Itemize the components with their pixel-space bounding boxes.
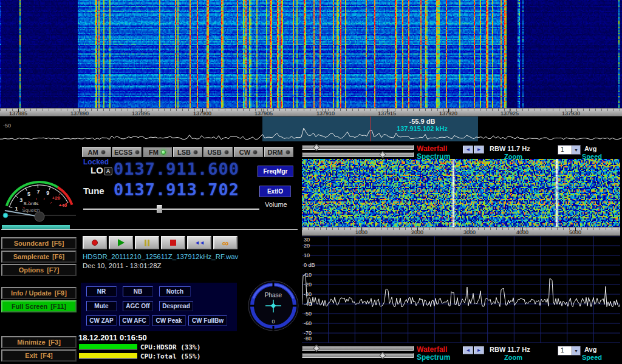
extio-button[interactable]: ExtIO <box>259 186 291 197</box>
mode-button-fm[interactable]: FM <box>143 147 172 157</box>
options-button[interactable]: Options[F7] <box>1 264 77 276</box>
despread-button[interactable]: Despread <box>159 301 193 311</box>
rbw-decrease-button[interactable]: ◄ <box>463 146 473 153</box>
mode-led-icon <box>101 150 106 155</box>
stop-button[interactable] <box>161 236 185 249</box>
svg-text:+20: +20 <box>52 195 61 201</box>
pause-button[interactable] <box>135 236 159 249</box>
waterfall-contrast-slider[interactable] <box>302 353 414 358</box>
avg-label: Avg <box>584 346 596 353</box>
mode-led-icon <box>224 150 229 155</box>
rbw-increase-button[interactable]: ► <box>474 146 484 153</box>
minimize-button[interactable]: Minimize[F3] <box>1 336 77 348</box>
slider-thumb[interactable] <box>313 345 320 351</box>
freq-tick <box>575 228 576 231</box>
soundcard-button[interactable]: Soundcard[F5] <box>1 237 77 249</box>
cpu-total-bar <box>79 353 137 359</box>
svg-text:5: 5 <box>27 191 30 197</box>
meter-needle-hub <box>35 212 44 221</box>
meter-over-labels: +20 +40 <box>52 195 67 208</box>
rbw-decrease-button[interactable]: ◄ <box>463 346 473 354</box>
svg-text:1: 1 <box>15 206 18 212</box>
mode-led-icon <box>253 150 258 155</box>
freq-tick <box>80 109 80 112</box>
freqmgr-button[interactable]: FreqMgr <box>258 166 293 177</box>
freq-tick <box>326 109 326 112</box>
tune-frequency-display[interactable]: 0137.913.702 <box>114 181 239 199</box>
freq-tick <box>571 109 572 112</box>
squelch-slider-thumb[interactable] <box>3 213 8 218</box>
slider-thumb[interactable] <box>313 144 320 150</box>
mode-button-usb[interactable]: USB <box>203 147 233 157</box>
cw-fullbw-button[interactable]: CW FullBw <box>188 315 227 326</box>
mode-button-ecss[interactable]: ECSS <box>112 147 142 157</box>
mode-button-am[interactable]: AM <box>82 147 111 157</box>
samplerate-button[interactable]: Samplerate[F6] <box>1 251 77 263</box>
info-update-button[interactable]: Info / Update[F9] <box>1 287 77 299</box>
svg-text:+40: +40 <box>59 203 67 208</box>
tune-cursor-line <box>371 116 371 141</box>
volume-slider-track[interactable] <box>83 208 259 210</box>
svg-text:7: 7 <box>36 189 39 195</box>
mode-button-lsb[interactable]: LSB <box>173 147 202 157</box>
cpu-hdsdr-label: CPU:HDSDR (33%) <box>140 343 200 351</box>
spectrum-tab[interactable]: Spectrum <box>417 354 450 361</box>
mode-button-cw[interactable]: CW <box>234 147 263 157</box>
dropdown-arrow-icon[interactable]: ▼ <box>572 146 580 154</box>
fullscreen-button[interactable]: Full Screen[F11] <box>1 300 77 312</box>
mode-button-drm[interactable]: DRM <box>264 147 293 157</box>
mute-button[interactable]: Mute <box>86 301 117 311</box>
loop-button[interactable]: ∞ <box>213 236 238 249</box>
cw-peak-button[interactable]: CW Peak <box>152 315 186 326</box>
audio-frequency-ruler[interactable]: 10002000300040005000 <box>302 227 620 236</box>
freq-tick <box>510 109 510 112</box>
nb-button[interactable]: NB <box>123 286 153 297</box>
waterfall-brightness-slider[interactable] <box>302 145 414 150</box>
svg-text:3: 3 <box>19 197 22 203</box>
freq-tick <box>470 228 470 231</box>
waterfall-tab[interactable]: Waterfall <box>417 346 447 353</box>
waterfall-contrast-slider[interactable] <box>302 152 414 157</box>
waterfall-tab[interactable]: Waterfall <box>417 145 447 152</box>
cpu-hdsdr-bar <box>79 344 137 349</box>
svg-text:9: 9 <box>46 190 49 196</box>
main-frequency-ruler[interactable]: 1378851378901378951379001379051379101379… <box>0 108 622 116</box>
record-button[interactable] <box>83 236 107 249</box>
waterfall-brightness-slider[interactable] <box>302 346 414 351</box>
rbw-label: RBW 11.7 Hz <box>490 346 530 353</box>
cw-afc-button[interactable]: CW AFC <box>119 315 149 326</box>
audio-spectrum-display[interactable]: 3020100 dB-10-20-30-40-50-60-70-80 <box>302 236 620 343</box>
s-meter: 1 3 5 7 9 +20 +40 S-units Squelch <box>1 143 78 224</box>
freq-tick <box>522 228 523 231</box>
volume-slider-thumb[interactable] <box>157 205 162 213</box>
avg-dropdown[interactable]: 1 ▼ <box>558 346 581 356</box>
mode-led-icon <box>161 150 166 155</box>
main-spectrum-strip[interactable]: -50 -55.9 dB 137.915.102 kHz <box>0 116 622 141</box>
slider-thumb[interactable] <box>379 352 386 359</box>
audio-waterfall-display[interactable] <box>302 159 620 227</box>
freq-tick <box>387 109 388 112</box>
pause-icon <box>145 240 146 246</box>
notch-button[interactable]: Notch <box>159 286 191 297</box>
cw-zap-button[interactable]: CW ZAP <box>86 315 117 326</box>
exit-button[interactable]: Exit[F4] <box>1 349 77 362</box>
slider-thumb[interactable] <box>379 151 386 158</box>
nr-button[interactable]: NR <box>86 286 117 297</box>
play-button[interactable] <box>109 236 133 249</box>
rewind-button[interactable]: ◄◄ <box>187 236 211 249</box>
lo-frequency-display[interactable]: 0137.911.600 <box>114 160 239 178</box>
avg-dropdown[interactable]: 1 ▼ <box>558 145 581 155</box>
avg-value: 1 <box>558 346 572 355</box>
dropdown-arrow-icon[interactable]: ▼ <box>572 346 580 355</box>
rbw-increase-button[interactable]: ► <box>474 346 484 354</box>
avg-value: 1 <box>558 146 572 154</box>
main-waterfall-display[interactable] <box>0 0 622 108</box>
mode-led-icon <box>193 150 198 155</box>
display-control-bar-top: Waterfall Spectrum ◄ ► RBW 11.7 Hz Zoom … <box>299 144 622 160</box>
playback-file-date: Dec 10, 2011 - 13:01:28Z <box>83 262 162 269</box>
lo-lock-badge[interactable]: A <box>104 167 112 175</box>
audio-spectrum-plot: 3020100 dB-10-20-30-40-50-60-70-80 <box>302 236 620 343</box>
freq-tick <box>141 109 142 112</box>
agc-button[interactable]: AGC Off <box>123 301 153 311</box>
phase-scope: Phase 0 <box>247 277 299 333</box>
